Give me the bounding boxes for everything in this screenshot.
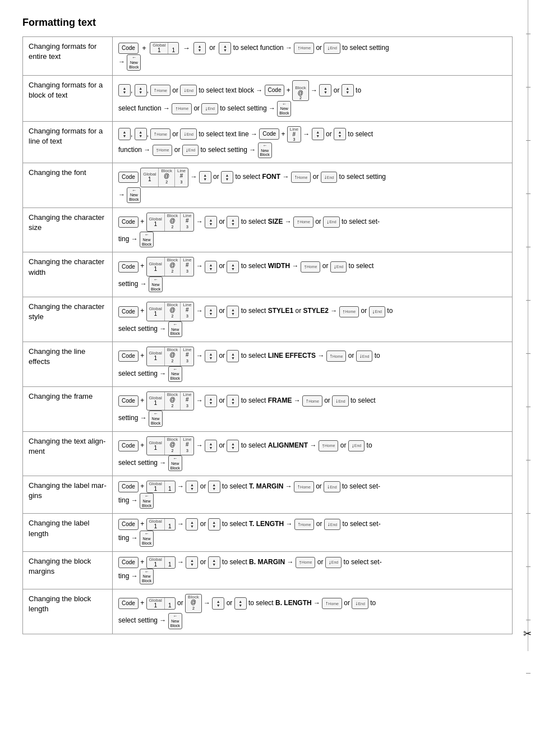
blength-bold: B. LENGTH [275,599,312,607]
row-label: Changing formats for aline of text [23,121,113,163]
or-text-1: or [209,44,215,52]
table-row: Changing formats forentire text Code + G… [23,37,513,76]
updown-f1: ▲▼ [199,171,211,183]
block-key-bl1: Block@2 [185,594,202,614]
code-bl1: Code [118,598,139,609]
updown-key-2: ▲▼ [219,42,231,54]
updown-ta2: ▲▼ [227,440,239,452]
home-b2: ↑Home [172,103,192,114]
size-bold: SIZE [268,218,283,225]
new-block-fr1: ←NewBlock [149,411,163,426]
style1-bold: STYLE1 [268,307,293,315]
table-row: Changing formats for aline of text ▲▼, ▲… [23,121,513,163]
end-cw1: ↓End [330,261,347,273]
updown-cst1: ▲▼ [205,306,217,318]
row-label: Changing the frame [23,386,113,431]
row-content: Code Global1 Block@2 Line#3 → ▲▼ or ▲▼ t… [113,163,513,208]
row-label: Changing the text align-ment [23,431,113,476]
gbl-key-fr1: Global1 Block@2 Line#3 [146,391,195,411]
home-bl1: ↑Home [322,598,342,609]
table-row: Changing the font Code Global1 Block@2 L… [23,163,513,208]
new-block-le1: ←NewBlock [168,366,182,382]
updown-le1: ▲▼ [205,350,217,362]
table-row: Changing formats for ablock of text ▲▼, … [23,75,513,121]
table-row: Changing the frame Code + Global1 Block@… [23,386,513,431]
bmargin-bold: B. MARGIN [249,558,285,566]
code-ta1: Code [118,440,139,451]
code-fr1: Code [118,395,139,407]
end-l2: ↓End [182,145,199,156]
row-label: Changing the line effects [23,342,113,386]
new-block-key-1: ←NewBlock [127,54,141,70]
home-le1: ↑Home [326,351,347,362]
home-cw1: ↑Home [301,261,321,273]
table-row: Changing the blockmargins Code + Global1… [23,551,513,589]
plus-sign: + [142,42,146,54]
code-cst1: Code [118,306,139,317]
updown-b4: ▲▼ [342,84,354,96]
updown-bl2: ▲▼ [234,597,247,610]
lineeffects-bold: LINE EFFECTS [268,352,316,359]
end-cs1: ↓End [323,216,339,228]
page: Formatting text Changing formats forenti… [0,0,535,651]
row-label: Changing formats forentire text [23,37,113,76]
row-label: Changing the blockmargins [23,551,113,589]
end-f1: ↓End [321,172,337,183]
updown-l1: ▲▼ [118,128,131,140]
code-bm1: Code [118,557,139,568]
updown-ll2: ▲▼ [208,518,220,531]
row-content: Code + Global1 Block@2 Line#3 → ▲▼ or ▲▼… [113,386,513,431]
home-fr1: ↑Home [302,395,322,407]
updown-bm1: ▲▼ [186,556,198,569]
end-bm1: ↓End [325,557,342,568]
row-label: Changing the characterwidth [23,252,113,297]
end-cst1: ↓End [369,306,385,317]
tlength-bold: T. LENGTH [249,520,284,528]
updown-l2: ▲▼ [135,128,147,140]
code-f1: Code [118,172,139,183]
updown-ta1: ▲▼ [205,440,217,452]
end-lm1: ↓End [324,481,340,492]
updown-cs2: ▲▼ [227,216,239,228]
line-key-l1: Line#3 [287,126,301,142]
table-row: Changing the characterstyle Code + Globa… [23,297,513,342]
home-key-1: ↑Home [294,43,314,54]
updown-b2: ▲▼ [135,84,147,96]
global-block-line-key: Global1 1 [150,42,179,54]
row-label: Changing the characterstyle [23,297,113,342]
home-b1: ↑Home [150,85,170,96]
new-block-f1: ←NewBlock [127,187,141,203]
home-bm1: ↑Home [296,557,316,568]
updown-cw2: ▲▼ [227,261,239,273]
end-l1: ↓End [180,128,196,140]
end-b2: ↓End [201,103,218,114]
home-l2: ↑Home [153,145,173,156]
code-l1: Code [259,128,279,140]
new-block-ta1: ←NewBlock [168,455,182,471]
end-fr1: ↓End [332,395,348,407]
block-key-b1: Block@2 [292,80,309,101]
row-content: Code + Global1 1 → ▲▼ or ▲▼ to select T.… [113,476,513,514]
row-label: Changing the charactersize [23,208,113,252]
row-content: Code + Global1 1 → ▲▼ or ▲▼ to select fu… [113,37,513,76]
updown-bl1: ▲▼ [212,597,224,610]
gbl-key-ta1: Global1 Block@2 Line#3 [146,436,195,456]
width-bold: WIDTH [268,262,290,270]
gbl-key-cw1: Global1 Block@2 Line#3 [146,257,195,276]
updown-cs1: ▲▼ [205,216,217,228]
table-row: Changing the charactersize Code + Global… [23,208,513,252]
home-cs1: ↑Home [293,216,313,228]
scissors-icon: ✂ [523,628,532,640]
updown-ll1: ▲▼ [186,518,198,531]
row-label: Changing the blocklength [23,589,113,634]
code-lm1: Code [118,481,139,492]
updown-fr2: ▲▼ [227,395,239,407]
tmargin-bold: T. MARGIN [249,482,283,490]
home-l1: ↑Home [150,128,170,140]
row-content: ▲▼, ▲▼, ↑Home or ↓End to select text lin… [113,121,513,163]
updown-b1: ▲▼ [118,84,131,96]
style2-bold: STYLE2 [303,307,328,315]
code-b1: Code [265,85,285,96]
home-ta1: ↑Home [319,440,339,451]
table-row: Changing the text align-ment Code + Glob… [23,431,513,476]
